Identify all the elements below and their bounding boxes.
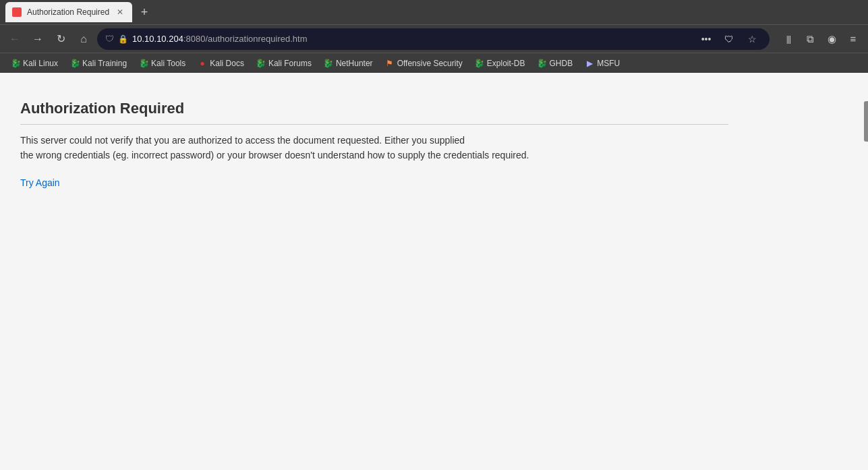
address-text: 10.10.10.204:8080/authorizationrequired.… [132,34,693,44]
browser-chrome: Authorization Required ✕ + ← → ↻ ⌂ 🛡 🔒 1… [0,0,868,73]
error-container: Authorization Required This server could… [20,100,728,189]
bookmark-icon-ghdb: 🐉 [537,59,546,68]
bookmark-label-msfu: MSFU [597,59,620,68]
reload-button[interactable]: ↻ [51,30,70,49]
bookmark-icon-kali-forums: 🐉 [256,59,266,68]
bookmark-label-kali-tools: Kali Tools [151,59,185,68]
tab-favicon [12,7,22,17]
home-button[interactable]: ⌂ [74,30,93,49]
bookmark-star-button[interactable]: ☆ [743,30,761,49]
bookmark-icon-exploit-db: 🐉 [475,59,484,68]
library-button[interactable]: ||| [779,30,798,49]
lock-icon: 🔒 [118,34,128,44]
bookmark-offensive-security[interactable]: ⚑ Offensive Security [380,57,468,70]
bookmark-icon-kali-training: 🐉 [70,59,80,68]
error-title: Authorization Required [20,100,728,125]
back-button[interactable]: ← [5,30,24,49]
tab-bar: Authorization Required ✕ + [0,0,868,24]
pocket-button[interactable]: 🛡 [720,30,739,49]
page-content: Authorization Required This server could… [0,73,868,470]
bookmarks-bar: 🐉 Kali Linux 🐉 Kali Training 🐉 Kali Tool… [0,53,868,73]
bookmark-exploit-db[interactable]: 🐉 Exploit-DB [469,57,531,70]
bookmark-icon-kali-linux: 🐉 [11,59,20,68]
bookmark-icon-offensive-security: ⚑ [385,59,395,68]
bookmark-kali-linux[interactable]: 🐉 Kali Linux [5,57,63,70]
bookmark-label-kali-training: Kali Training [82,59,127,68]
bookmark-label-kali-forums: Kali Forums [268,59,312,68]
bookmark-kali-training[interactable]: 🐉 Kali Training [65,57,132,70]
bookmark-label-kali-docs: Kali Docs [210,59,244,68]
tab-title: Authorization Required [27,7,109,17]
bookmark-label-nethunter: NetHunter [336,59,373,68]
sidebar-hint [864,101,868,142]
bookmark-icon-kali-docs: ● [198,59,207,68]
new-tab-button[interactable]: + [135,3,154,22]
bookmark-label-offensive-security: Offensive Security [397,59,463,68]
bookmark-label-exploit-db: Exploit-DB [487,59,525,68]
error-body: This server could not verify that you ar… [20,133,728,163]
try-again-link[interactable]: Try Again [20,177,60,188]
bookmark-kali-forums[interactable]: 🐉 Kali Forums [251,57,317,70]
menu-button[interactable]: ≡ [844,30,863,49]
bookmark-msfu[interactable]: ▶ MSFU [579,57,625,70]
forward-button[interactable]: → [28,30,47,49]
bookmark-kali-tools[interactable]: 🐉 Kali Tools [134,57,191,70]
more-options-button[interactable]: ••• [697,30,716,49]
sidebar-button[interactable]: ⧉ [801,30,819,49]
navigation-bar: ← → ↻ ⌂ 🛡 🔒 10.10.10.204:8080/authorizat… [0,24,868,53]
bookmark-icon-msfu: ▶ [585,59,594,68]
active-tab[interactable]: Authorization Required ✕ [5,2,132,22]
bookmark-label-ghdb: GHDB [549,59,573,68]
shield-icon: 🛡 [105,34,114,44]
bookmark-label-kali-linux: Kali Linux [23,59,58,68]
bookmark-icon-kali-tools: 🐉 [139,59,148,68]
tab-close-button[interactable]: ✕ [115,7,125,18]
profile-button[interactable]: ◉ [822,30,841,49]
bookmark-nethunter[interactable]: 🐉 NetHunter [318,57,378,70]
address-bar[interactable]: 🛡 🔒 10.10.10.204:8080/authorizationrequi… [97,28,770,50]
browser-right-icons: ||| ⧉ ◉ ≡ [779,30,863,49]
bookmark-icon-nethunter: 🐉 [324,59,333,68]
bookmark-ghdb[interactable]: 🐉 GHDB [531,57,578,70]
bookmark-kali-docs[interactable]: ● Kali Docs [192,57,250,70]
